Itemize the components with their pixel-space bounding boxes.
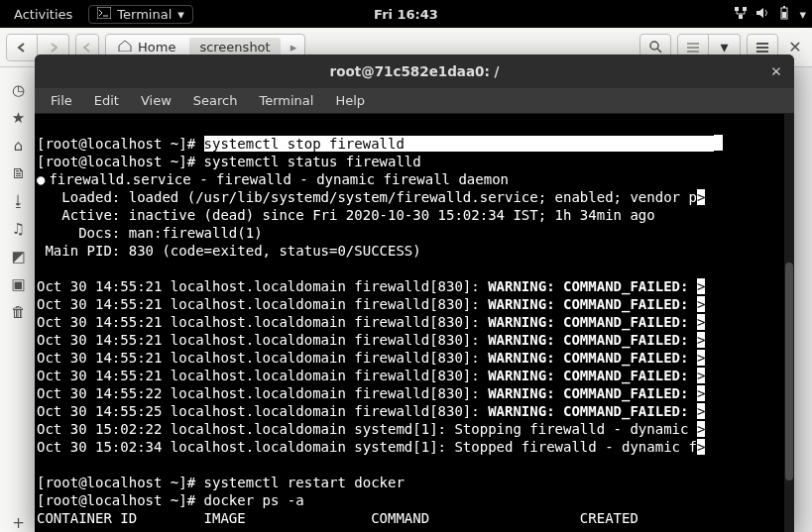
- menu-terminal[interactable]: Terminal: [249, 91, 323, 110]
- volume-icon[interactable]: [755, 6, 769, 23]
- gnome-top-bar: Activities Terminal ▾ Fri 16:43 ▾: [0, 0, 812, 28]
- menu-view[interactable]: View: [131, 91, 181, 110]
- home-icon[interactable]: ⌂: [10, 137, 28, 155]
- svg-line-9: [657, 49, 661, 53]
- path-home-label: Home: [138, 40, 175, 54]
- svg-rect-3: [743, 7, 747, 11]
- svg-rect-7: [783, 6, 785, 8]
- svg-rect-4: [739, 15, 743, 19]
- terminal-titlebar[interactable]: root@71c582e1daa0: / ✕: [35, 54, 794, 88]
- downloads-icon[interactable]: ⭳: [10, 192, 28, 210]
- terminal-icon: [97, 7, 111, 22]
- active-app-name: Terminal: [117, 7, 172, 22]
- other-locations-icon[interactable]: +: [10, 514, 28, 532]
- files-sidebar: ◷ ★ ⌂ 🗎 ⭳ ♫ ◩ ▣ 🗑 +: [0, 67, 38, 532]
- terminal-title-text: root@71c582e1daa0: /: [330, 63, 500, 79]
- videos-icon[interactable]: ▣: [10, 275, 28, 293]
- path-current-label: screenshot: [199, 40, 270, 54]
- chevron-down-icon: ▾: [177, 7, 184, 22]
- pictures-icon[interactable]: ◩: [10, 248, 28, 266]
- menu-file[interactable]: File: [41, 91, 82, 110]
- terminal-window: root@71c582e1daa0: / ✕ File Edit View Se…: [35, 54, 794, 532]
- recent-icon[interactable]: ◷: [10, 81, 28, 99]
- svg-rect-2: [735, 7, 739, 11]
- network-icon[interactable]: [734, 6, 748, 23]
- svg-rect-0: [97, 7, 111, 19]
- starred-icon[interactable]: ★: [10, 109, 28, 127]
- menu-search[interactable]: Search: [183, 91, 248, 110]
- output-line: [root@localhost ~]# systemctl stop firew…: [37, 136, 723, 526]
- terminal-menubar: File Edit View Search Terminal Help: [35, 88, 794, 114]
- menu-edit[interactable]: Edit: [84, 91, 129, 110]
- terminal-scrollbar[interactable]: [784, 114, 794, 532]
- trash-icon[interactable]: 🗑: [10, 303, 28, 321]
- music-icon[interactable]: ♫: [10, 220, 28, 238]
- chevron-down-icon[interactable]: ▾: [799, 7, 806, 22]
- svg-point-8: [650, 42, 658, 50]
- scrollbar-thumb[interactable]: [785, 263, 793, 480]
- svg-rect-6: [782, 12, 786, 18]
- menu-help[interactable]: Help: [325, 91, 375, 110]
- text-cursor: [714, 135, 723, 151]
- activities-button[interactable]: Activities: [6, 5, 80, 24]
- documents-icon[interactable]: 🗎: [10, 164, 28, 182]
- terminal-output[interactable]: [root@localhost ~]# systemctl stop firew…: [35, 114, 794, 532]
- battery-icon[interactable]: [777, 6, 791, 23]
- home-icon: [118, 40, 132, 54]
- active-app-indicator[interactable]: Terminal ▾: [88, 5, 192, 24]
- back-button[interactable]: [6, 34, 38, 61]
- terminal-close-button[interactable]: ✕: [766, 61, 786, 81]
